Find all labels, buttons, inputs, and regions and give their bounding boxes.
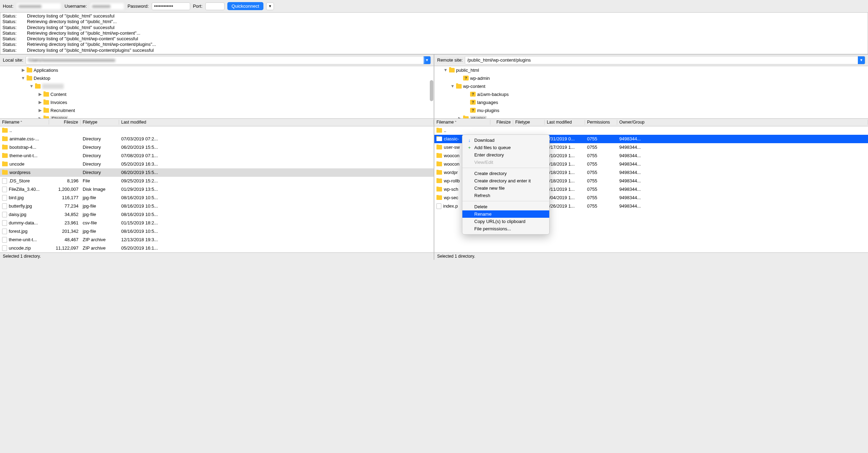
tree-node[interactable]: ?languages (434, 98, 868, 106)
tree-node[interactable]: ▼Desktop (0, 74, 434, 82)
menu-item[interactable]: ↓Download (462, 137, 549, 144)
menu-item[interactable]: +Add files to queue (462, 144, 549, 151)
port-input[interactable] (205, 2, 225, 10)
menu-item[interactable]: Refresh (462, 192, 549, 199)
file-row[interactable]: theme-unit-t...48,467ZIP archive12/13/20… (0, 236, 434, 244)
menu-separator (462, 201, 549, 201)
menu-item[interactable]: Create new file (462, 184, 549, 192)
disclosure-triangle-icon[interactable]: ▶ (38, 100, 42, 105)
file-row[interactable]: .. (0, 126, 434, 135)
disclosure-triangle-icon[interactable]: ▶ (38, 116, 42, 119)
tree-node[interactable]: ▼wp-content (434, 82, 868, 90)
file-modified: 0/18/2019 1... (545, 161, 585, 167)
quickconnect-dropdown-button[interactable]: ▼ (266, 2, 274, 10)
tree-node[interactable]: ▶Content (0, 90, 434, 98)
log-label: Status: (2, 36, 20, 42)
file-row[interactable]: uncodeDirectory05/20/2019 16:3... (0, 160, 434, 168)
header-filesize[interactable]: Filesize (490, 120, 513, 125)
password-input[interactable] (152, 2, 190, 10)
file-name: .. (444, 128, 446, 133)
header-lastmodified[interactable]: Last modified (545, 120, 585, 125)
tree-node[interactable]: ▶Recruitment (0, 106, 434, 114)
host-input[interactable] (16, 2, 62, 10)
username-input[interactable] (90, 2, 125, 10)
disclosure-triangle-icon[interactable]: ▼ (21, 76, 25, 81)
scrollbar-thumb[interactable] (430, 80, 433, 101)
menu-item[interactable]: Rename (462, 210, 549, 218)
header-filename[interactable]: Filename⌃ (434, 120, 490, 125)
tree-node[interactable]: ?mu-plugins (434, 106, 868, 114)
menu-item[interactable]: Copy URL(s) to clipboard (462, 218, 549, 225)
header-ownergroup[interactable]: Owner/Group (617, 120, 868, 125)
file-row[interactable]: animate.css-...Directory07/03/2019 07:2.… (0, 135, 434, 143)
remote-dir-tree[interactable]: ▼public_html?wp-admin▼wp-content?ai1wm-b… (434, 66, 868, 119)
remote-site-path-input[interactable] (465, 56, 858, 64)
file-modified: 06/20/2019 15:5... (119, 145, 434, 150)
tree-node[interactable]: ▶plugins (434, 114, 868, 119)
local-file-headers[interactable]: Filename⌃ Filesize Filetype Last modifie… (0, 119, 434, 126)
header-filetype[interactable]: Filetype (513, 120, 545, 125)
chevron-down-icon[interactable]: ▼ (858, 56, 865, 64)
log-label: Status: (2, 13, 20, 19)
quickconnect-button[interactable]: Quickconnect (227, 2, 263, 10)
file-row[interactable]: bird.jpg116,177jpg-file08/16/2019 10:5..… (0, 194, 434, 202)
local-file-list[interactable]: ..animate.css-...Directory07/03/2019 07:… (0, 126, 434, 252)
log-label: Status: (2, 48, 20, 53)
disclosure-triangle-icon[interactable]: ▶ (457, 116, 462, 119)
file-row[interactable]: wordpressDirectory06/20/2019 15:5... (0, 168, 434, 177)
menu-item[interactable]: Create directory (462, 170, 549, 177)
header-permissions[interactable]: Permissions (585, 120, 617, 125)
disclosure-triangle-icon[interactable]: ▼ (450, 84, 455, 89)
remote-site-combo[interactable]: ▼ (465, 56, 865, 64)
disclosure-triangle-icon[interactable]: ▶ (21, 68, 25, 72)
folder-icon (436, 170, 442, 175)
tree-node[interactable]: ▶Applications (0, 66, 434, 74)
header-filesize[interactable]: Filesize (49, 120, 81, 125)
local-dir-tree[interactable]: ▶Applications▼Desktop▼xxxx xxxx▶Content▶… (0, 66, 434, 119)
file-modified: 08/16/2019 10:5... (119, 212, 434, 217)
disclosure-triangle-icon[interactable]: ▶ (38, 92, 42, 97)
menu-item[interactable]: Enter directory (462, 151, 549, 159)
remote-file-list[interactable]: ↓Download+Add files to queueEnter direct… (434, 126, 868, 252)
file-row[interactable]: butterfly.jpg77,234jpg-file08/16/2019 10… (0, 202, 434, 210)
file-modified: 08/16/2019 10:5... (119, 195, 434, 200)
disclosure-triangle-icon[interactable]: ▼ (29, 84, 34, 89)
file-name: forest.jpg (9, 229, 27, 234)
file-row[interactable]: .DS_Store8,196File09/25/2019 15:2... (0, 177, 434, 185)
header-lastmodified[interactable]: Last modified (119, 120, 434, 125)
tree-node[interactable]: ▶Staging (0, 114, 434, 119)
tree-node[interactable]: ?ai1wm-backups (434, 90, 868, 98)
header-filetype[interactable]: Filetype (81, 120, 119, 125)
file-type: Directory (81, 170, 119, 175)
header-filename[interactable]: Filename⌃ (0, 120, 49, 125)
file-row[interactable]: uncode.zip11,122,097ZIP archive05/20/201… (0, 244, 434, 252)
disclosure-triangle-icon[interactable]: ▼ (443, 68, 448, 72)
local-site-combo[interactable]: ▼ (26, 56, 431, 64)
tree-node[interactable]: ▶Invoices (0, 98, 434, 106)
remote-status-bar: Selected 1 directory. (434, 252, 868, 260)
tree-node[interactable]: ▼public_html (434, 66, 868, 74)
chevron-down-icon[interactable]: ▼ (423, 56, 430, 64)
file-row[interactable]: daisy.jpg34,852jpg-file08/16/2019 10:5..… (0, 210, 434, 219)
file-row[interactable]: dummy-data...23,961csv-file01/15/2019 18… (0, 219, 434, 227)
file-owner: 9498344... (617, 195, 868, 200)
file-modified: 01/15/2019 18:2... (119, 220, 434, 225)
menu-item[interactable]: Create directory and enter it (462, 177, 549, 184)
folder-unknown-icon: ? (470, 92, 476, 97)
file-name: dummy-data... (9, 220, 38, 225)
file-row[interactable]: .. (434, 126, 868, 135)
remote-file-headers[interactable]: Filename⌃ Filesize Filetype Last modifie… (434, 119, 868, 126)
file-row[interactable]: theme-unit-t...Directory07/08/2019 07:1.… (0, 152, 434, 160)
file-icon (2, 237, 7, 243)
log-row: Status:Retrieving directory listing of "… (2, 19, 866, 25)
disclosure-triangle-icon[interactable]: ▶ (38, 108, 42, 113)
tree-node[interactable]: ▼xxxx xxxx (0, 82, 434, 90)
menu-item[interactable]: File permissions... (462, 225, 549, 232)
file-row[interactable]: forest.jpg201,342jpg-file08/16/2019 10:5… (0, 227, 434, 236)
menu-item[interactable]: Delete (462, 203, 549, 210)
local-site-path-input[interactable] (26, 56, 423, 64)
file-row[interactable]: bootstrap-4...Directory06/20/2019 15:5..… (0, 143, 434, 152)
file-row[interactable]: FileZilla_3.40...1,200,007Disk Image01/2… (0, 185, 434, 194)
tree-node[interactable]: ?wp-admin (434, 74, 868, 82)
file-icon (2, 178, 7, 184)
